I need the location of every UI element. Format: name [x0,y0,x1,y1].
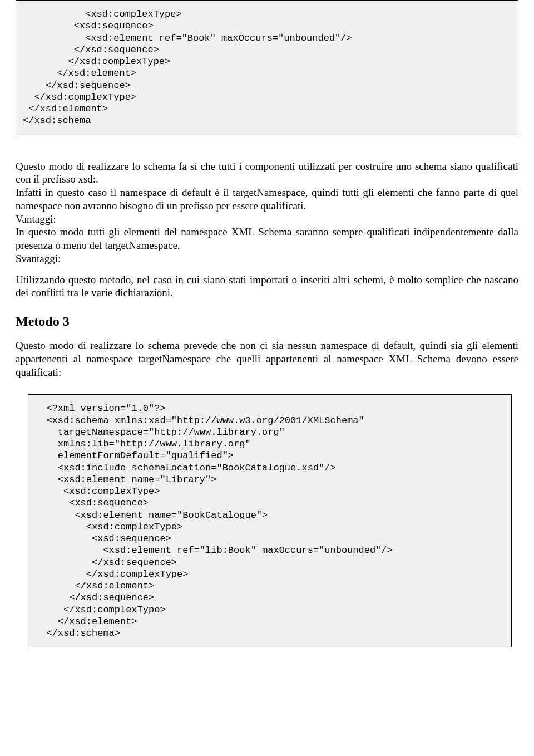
paragraph-5: Utilizzando questo metodo, nel caso in c… [16,273,518,300]
paragraph-3: In questo modo tutti gli elementi del na… [16,225,518,252]
code-block-1: <xsd:complexType> <xsd:sequence> <xsd:el… [16,0,518,135]
spacer [16,379,518,386]
code-text-1: <xsd:complexType> <xsd:sequence> <xsd:el… [23,8,511,127]
spacer [16,152,518,160]
spacer [16,266,518,273]
paragraph-6: Questo modo di realizzare lo schema prev… [16,339,518,379]
code-text-2: <?xml version="1.0"?> <xsd:schema xmlns:… [35,402,505,639]
heading-metodo-3: Metodo 3 [16,314,518,329]
spacer [16,386,518,394]
paragraph-2: Infatti in questo caso il namespace di d… [16,186,518,213]
advantages-label: Vantaggi: [16,213,518,226]
document-page: <xsd:complexType> <xsd:sequence> <xsd:el… [0,0,534,686]
code-block-2: <?xml version="1.0"?> <xsd:schema xmlns:… [28,394,512,647]
disadvantages-label: Svantaggi: [16,252,518,266]
paragraph-1: Questo modo di realizzare lo schema fa s… [16,160,518,186]
